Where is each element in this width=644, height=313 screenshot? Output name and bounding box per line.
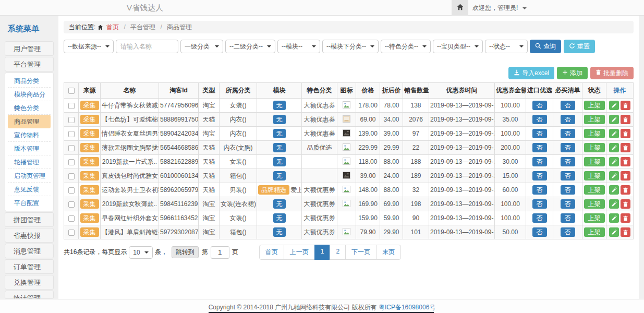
- status-button[interactable]: 上架: [584, 213, 605, 223]
- sidebar-subitem[interactable]: 宣传物料: [8, 128, 51, 142]
- module-none-badge[interactable]: 无: [273, 199, 286, 209]
- edit-button[interactable]: [609, 199, 619, 209]
- filter-select[interactable]: --模块--: [277, 40, 320, 53]
- delete-button[interactable]: [621, 101, 630, 110]
- jump-button[interactable]: 跳转到: [172, 246, 199, 258]
- must-buy-toggle-button[interactable]: 否: [561, 227, 575, 237]
- sidebar-subitem[interactable]: 平台配置: [8, 196, 51, 210]
- import-toggle-button[interactable]: 否: [532, 157, 547, 166]
- row-checkbox[interactable]: [68, 103, 75, 109]
- filter-select[interactable]: --特色分类--: [381, 40, 431, 53]
- sidebar-subitem[interactable]: 模块商品分类: [8, 88, 51, 101]
- must-buy-toggle-button[interactable]: 否: [561, 115, 575, 124]
- row-checkbox[interactable]: [68, 145, 75, 151]
- delete-button[interactable]: [621, 185, 630, 195]
- name-search-input[interactable]: [116, 40, 178, 53]
- pager-button[interactable]: 1: [314, 245, 331, 260]
- module-none-badge[interactable]: 无: [273, 213, 286, 223]
- delete-button[interactable]: [621, 157, 630, 166]
- import-excel-button[interactable]: 导入excel: [508, 67, 554, 79]
- import-toggle-button[interactable]: 否: [532, 199, 547, 209]
- sidebar-group[interactable]: 用户管理: [5, 41, 54, 56]
- row-checkbox[interactable]: [68, 215, 75, 222]
- sidebar-group[interactable]: 兑换管理: [5, 275, 54, 290]
- import-toggle-button[interactable]: 否: [532, 213, 547, 223]
- add-button[interactable]: 添加: [557, 67, 588, 79]
- import-toggle-button[interactable]: 否: [532, 143, 547, 152]
- delete-button[interactable]: [621, 129, 630, 138]
- edit-button[interactable]: [609, 143, 619, 152]
- delete-button[interactable]: [621, 143, 630, 152]
- status-button[interactable]: 上架: [584, 101, 605, 110]
- pager-button[interactable]: 2: [330, 245, 346, 260]
- filter-select[interactable]: --状态--: [485, 40, 528, 53]
- status-button[interactable]: 上架: [584, 115, 605, 124]
- must-buy-toggle-button[interactable]: 否: [561, 129, 575, 138]
- row-checkbox[interactable]: [68, 230, 75, 236]
- status-button[interactable]: 上架: [584, 185, 605, 195]
- row-checkbox[interactable]: [68, 201, 75, 208]
- select-all-checkbox[interactable]: [68, 88, 75, 94]
- status-button[interactable]: 上架: [584, 171, 605, 180]
- home-button[interactable]: [452, 0, 468, 16]
- user-menu[interactable]: 欢迎您，管理员!: [472, 0, 527, 16]
- edit-button[interactable]: [609, 115, 619, 124]
- import-toggle-button[interactable]: 否: [532, 115, 547, 124]
- edit-button[interactable]: [609, 227, 619, 237]
- import-toggle-button[interactable]: 否: [532, 227, 547, 237]
- edit-button[interactable]: [609, 213, 619, 223]
- status-button[interactable]: 上架: [584, 199, 605, 209]
- sidebar-subitem[interactable]: 版本管理: [8, 142, 51, 155]
- sidebar-subitem[interactable]: 轮播管理: [8, 155, 51, 169]
- pager-button[interactable]: 首页: [259, 245, 284, 260]
- sidebar-group[interactable]: 统计管理: [5, 291, 54, 299]
- status-button[interactable]: 上架: [584, 129, 605, 138]
- import-toggle-button[interactable]: 否: [532, 185, 547, 195]
- filter-select[interactable]: --宝贝类型--: [433, 40, 483, 53]
- must-buy-toggle-button[interactable]: 否: [561, 171, 575, 180]
- sidebar-subitem[interactable]: 意见反馈: [8, 183, 51, 196]
- sidebar-group[interactable]: 平台管理: [5, 57, 54, 71]
- must-buy-toggle-button[interactable]: 否: [561, 143, 575, 152]
- edit-button[interactable]: [609, 157, 619, 166]
- must-buy-toggle-button[interactable]: 否: [561, 213, 575, 223]
- sidebar-subitem[interactable]: 启动页管理: [8, 169, 51, 183]
- batch-delete-button[interactable]: 批量删除: [590, 67, 634, 79]
- edit-button[interactable]: [609, 185, 619, 195]
- edit-button[interactable]: [609, 129, 619, 138]
- row-checkbox[interactable]: [68, 117, 75, 123]
- delete-button[interactable]: [621, 213, 630, 223]
- must-buy-toggle-button[interactable]: 否: [561, 157, 575, 166]
- row-checkbox[interactable]: [68, 187, 75, 194]
- module-none-badge[interactable]: 无: [273, 129, 286, 138]
- must-buy-toggle-button[interactable]: 否: [561, 199, 575, 209]
- sidebar-subitem[interactable]: 特色分类: [8, 101, 51, 115]
- module-none-badge[interactable]: 无: [273, 157, 286, 166]
- filter-select[interactable]: --二级分类--: [225, 40, 275, 53]
- sidebar-group[interactable]: 消息管理: [5, 244, 54, 258]
- import-toggle-button[interactable]: 否: [532, 129, 547, 138]
- search-button[interactable]: 查询: [530, 40, 561, 53]
- sidebar-group[interactable]: 拼团管理: [5, 212, 54, 227]
- delete-button[interactable]: [621, 227, 630, 237]
- pager-button[interactable]: 上一页: [284, 245, 315, 260]
- icp-link[interactable]: 粤ICP备16098006号: [379, 303, 435, 312]
- sidebar-group[interactable]: 省惠快报: [5, 228, 54, 243]
- sidebar-subitem[interactable]: 商品分类: [8, 74, 51, 88]
- page-number-input[interactable]: [211, 246, 229, 259]
- status-button[interactable]: 上架: [584, 157, 605, 166]
- delete-button[interactable]: [621, 171, 630, 180]
- module-none-badge[interactable]: 无: [273, 143, 286, 152]
- pager-button[interactable]: 下一页: [345, 245, 376, 260]
- reset-button[interactable]: 重置: [564, 40, 595, 53]
- pager-button[interactable]: 末页: [376, 245, 401, 260]
- sidebar-group[interactable]: 订单管理: [5, 259, 54, 274]
- module-none-badge[interactable]: 无: [273, 227, 286, 237]
- per-page-select[interactable]: 10: [129, 246, 152, 259]
- import-toggle-button[interactable]: 否: [532, 101, 547, 110]
- module-none-badge[interactable]: 无: [273, 171, 286, 180]
- breadcrumb-home-link[interactable]: 首页: [106, 23, 119, 31]
- row-checkbox[interactable]: [68, 131, 75, 137]
- delete-button[interactable]: [621, 115, 630, 124]
- status-button[interactable]: 上架: [584, 227, 605, 237]
